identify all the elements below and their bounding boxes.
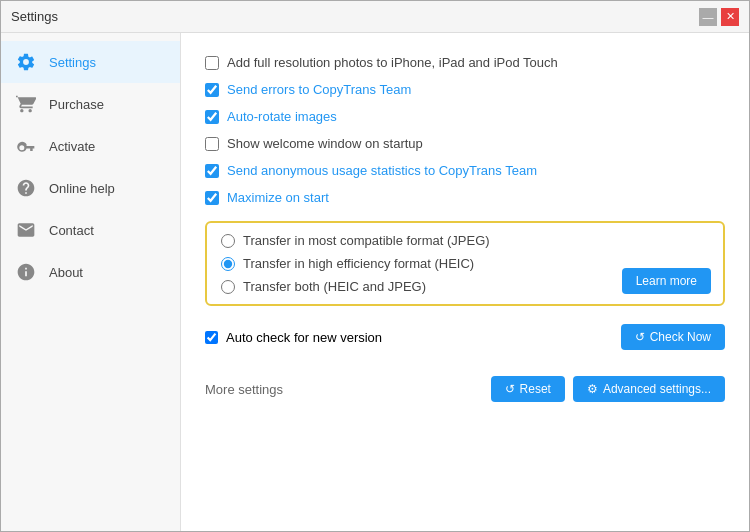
refresh-icon: ↺: [635, 330, 645, 344]
label-compatible[interactable]: Transfer in most compatible format (JPEG…: [243, 233, 490, 248]
cart-icon: [15, 93, 37, 115]
checkbox-autorotate[interactable]: [205, 110, 219, 124]
radio-heic[interactable]: [221, 257, 235, 271]
action-buttons: ↺ Reset ⚙ Advanced settings...: [491, 376, 725, 402]
gear-icon: [15, 51, 37, 73]
checkbox-maximize[interactable]: [205, 191, 219, 205]
option-errors: Send errors to CopyTrans Team: [205, 80, 725, 99]
minimize-button[interactable]: —: [699, 8, 717, 26]
option-maximize: Maximize on start: [205, 188, 725, 207]
label-errors[interactable]: Send errors to CopyTrans Team: [227, 82, 411, 97]
option-autorotate: Auto-rotate images: [205, 107, 725, 126]
label-heic[interactable]: Transfer in high efficiency format (HEIC…: [243, 256, 474, 271]
checkbox-anonymous[interactable]: [205, 164, 219, 178]
advanced-settings-button[interactable]: ⚙ Advanced settings...: [573, 376, 725, 402]
content-area: Settings Purchase Activate: [1, 33, 749, 531]
more-settings-row: More settings ↺ Reset ⚙ Advanced setting…: [205, 370, 725, 402]
check-now-button[interactable]: ↺ ↺ Check Now Check Now: [621, 324, 725, 350]
sidebar-activate-label: Activate: [49, 139, 95, 154]
help-icon: [15, 177, 37, 199]
more-settings-label: More settings: [205, 382, 283, 397]
settings-window: Settings — ✕ Settings: [0, 0, 750, 532]
sidebar-about-label: About: [49, 265, 83, 280]
mail-icon: [15, 219, 37, 241]
main-content: Add full resolution photos to iPhone, iP…: [181, 33, 749, 531]
titlebar: Settings — ✕: [1, 1, 749, 33]
label-both[interactable]: Transfer both (HEIC and JPEG): [243, 279, 426, 294]
checkbox-errors[interactable]: [205, 83, 219, 97]
radio-option-compatible: Transfer in most compatible format (JPEG…: [221, 233, 709, 248]
learn-more-button[interactable]: Learn more: [622, 268, 711, 294]
sidebar-contact-label: Contact: [49, 223, 94, 238]
sidebar-item-contact[interactable]: Contact: [1, 209, 180, 251]
radio-compatible[interactable]: [221, 234, 235, 248]
sidebar: Settings Purchase Activate: [1, 33, 181, 531]
sidebar-item-settings[interactable]: Settings: [1, 41, 180, 83]
reset-button[interactable]: ↺ Reset: [491, 376, 565, 402]
sidebar-settings-label: Settings: [49, 55, 96, 70]
option-fullres: Add full resolution photos to iPhone, iP…: [205, 53, 725, 72]
sidebar-item-about[interactable]: About: [1, 251, 180, 293]
label-auto-check[interactable]: Auto check for new version: [226, 330, 382, 345]
radio-group-transfer: Transfer in most compatible format (JPEG…: [205, 221, 725, 306]
label-maximize[interactable]: Maximize on start: [227, 190, 329, 205]
titlebar-buttons: — ✕: [699, 8, 739, 26]
label-welcome[interactable]: Show welcome window on startup: [227, 136, 423, 151]
checkbox-auto-check[interactable]: [205, 331, 218, 344]
auto-check-row: Auto check for new version ↺ ↺ Check Now…: [205, 320, 725, 354]
option-anonymous: Send anonymous usage statistics to CopyT…: [205, 161, 725, 180]
sidebar-online-help-label: Online help: [49, 181, 115, 196]
checkbox-fullres[interactable]: [205, 56, 219, 70]
sidebar-item-activate[interactable]: Activate: [1, 125, 180, 167]
sidebar-item-purchase[interactable]: Purchase: [1, 83, 180, 125]
reset-icon: ↺: [505, 382, 515, 396]
checkbox-welcome[interactable]: [205, 137, 219, 151]
label-fullres[interactable]: Add full resolution photos to iPhone, iP…: [227, 55, 558, 70]
radio-both[interactable]: [221, 280, 235, 294]
sidebar-item-online-help[interactable]: Online help: [1, 167, 180, 209]
gear-small-icon: ⚙: [587, 382, 598, 396]
label-anonymous[interactable]: Send anonymous usage statistics to CopyT…: [227, 163, 537, 178]
sidebar-purchase-label: Purchase: [49, 97, 104, 112]
option-welcome: Show welcome window on startup: [205, 134, 725, 153]
key-icon: [15, 135, 37, 157]
close-button[interactable]: ✕: [721, 8, 739, 26]
auto-check-left: Auto check for new version: [205, 330, 382, 345]
label-autorotate[interactable]: Auto-rotate images: [227, 109, 337, 124]
window-title: Settings: [11, 9, 58, 24]
info-icon: [15, 261, 37, 283]
